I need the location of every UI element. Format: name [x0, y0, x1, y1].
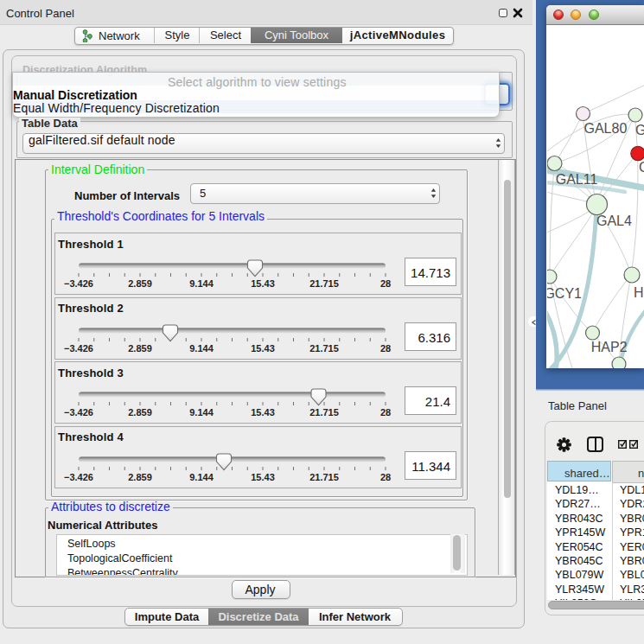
svg-text:HAP2: HAP2	[591, 340, 628, 354]
svg-text:21.715: 21.715	[309, 343, 339, 354]
svg-text:9.144: 9.144	[189, 343, 214, 354]
svg-text:−3.426: −3.426	[64, 278, 93, 289]
svg-text:28: 28	[380, 343, 391, 354]
svg-text:21.715: 21.715	[309, 472, 339, 482]
svg-text:28: 28	[380, 407, 391, 418]
svg-text:H: H	[634, 285, 644, 300]
svg-text:21.715: 21.715	[309, 407, 339, 418]
svg-text:9.144: 9.144	[189, 407, 214, 418]
svg-text:GCY1: GCY1	[547, 286, 582, 301]
svg-text:15.43: 15.43	[251, 343, 275, 354]
svg-text:21.715: 21.715	[309, 278, 339, 289]
svg-text:2.859: 2.859	[128, 278, 152, 289]
svg-text:−3.426: −3.426	[64, 343, 93, 354]
svg-text:GAL11: GAL11	[556, 172, 598, 187]
svg-text:C: C	[639, 160, 644, 175]
svg-text:−3.426: −3.426	[64, 407, 93, 418]
svg-text:2.859: 2.859	[128, 343, 152, 354]
svg-text:15.43: 15.43	[251, 407, 275, 418]
svg-text:9.144: 9.144	[189, 472, 214, 482]
svg-text:G: G	[635, 123, 644, 137]
svg-text:9.144: 9.144	[189, 278, 214, 289]
svg-text:28: 28	[380, 278, 391, 289]
svg-text:GAL4: GAL4	[596, 214, 632, 228]
svg-text:2.859: 2.859	[128, 407, 152, 418]
svg-text:2.859: 2.859	[128, 472, 152, 482]
svg-text:−3.426: −3.426	[64, 472, 93, 482]
svg-text:15.43: 15.43	[251, 278, 275, 289]
svg-text:GAL80: GAL80	[584, 121, 628, 136]
svg-text:15.43: 15.43	[251, 472, 275, 482]
svg-text:28: 28	[380, 472, 391, 482]
